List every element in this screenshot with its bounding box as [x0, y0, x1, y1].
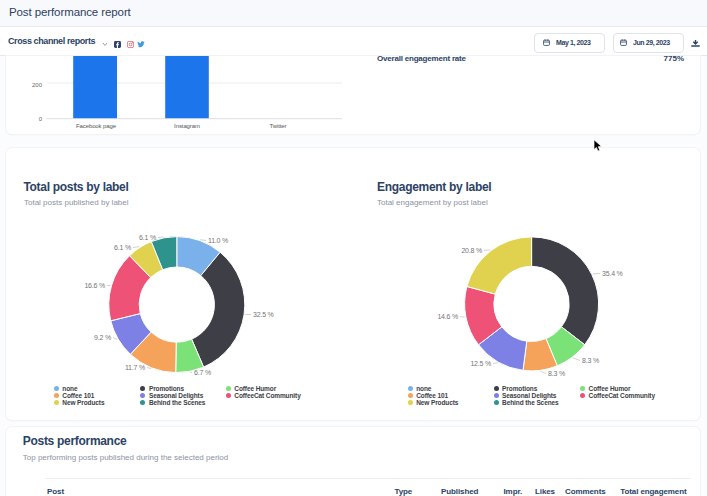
- svg-text:6.7 %: 6.7 %: [194, 369, 211, 376]
- svg-text:Instagram: Instagram: [174, 123, 200, 129]
- svg-text:Facebook page: Facebook page: [76, 123, 117, 129]
- svg-text:8.3 %: 8.3 %: [582, 357, 599, 364]
- svg-text:20.8 %: 20.8 %: [461, 247, 482, 254]
- svg-text:12.5 %: 12.5 %: [470, 360, 491, 367]
- svg-text:35.4 %: 35.4 %: [602, 270, 623, 277]
- svg-text:9.2 %: 9.2 %: [94, 334, 111, 341]
- svg-text:8.3 %: 8.3 %: [548, 370, 565, 377]
- svg-text:14.6 %: 14.6 %: [437, 313, 458, 320]
- svg-text:Twitter: Twitter: [270, 123, 287, 129]
- svg-text:32.5 %: 32.5 %: [253, 311, 274, 318]
- svg-text:0: 0: [39, 116, 43, 122]
- svg-text:11.7 %: 11.7 %: [125, 364, 145, 371]
- svg-text:11.0 %: 11.0 %: [208, 237, 228, 244]
- svg-text:16.6 %: 16.6 %: [84, 282, 105, 289]
- svg-text:6.1 %: 6.1 %: [114, 244, 131, 251]
- svg-text:6.1 %: 6.1 %: [139, 234, 156, 241]
- svg-text:200: 200: [32, 82, 43, 88]
